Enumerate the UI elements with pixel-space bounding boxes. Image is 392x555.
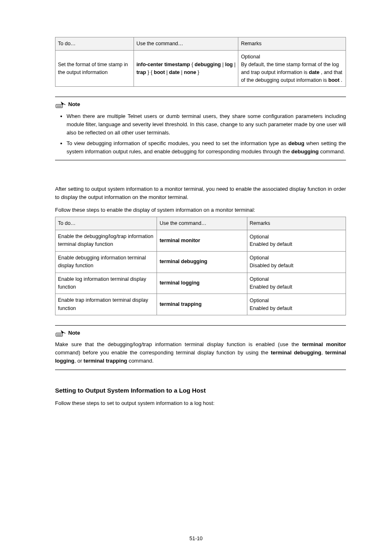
cmd-keyword: terminal monitor — [302, 341, 346, 347]
cmd-keyword: terminal monitor — [159, 238, 200, 243]
remarks-cell: OptionalEnabled by default — [247, 230, 346, 252]
remarks-line: Enabled by default — [250, 283, 343, 291]
command-cell: terminal monitor — [157, 230, 247, 252]
command-cell: terminal logging — [157, 273, 247, 294]
note-icon — [55, 329, 66, 337]
cmd-keyword: date — [309, 69, 320, 75]
cmd-keyword: none — [184, 69, 196, 75]
remarks-cell: OptionalEnabled by default — [247, 273, 346, 294]
sep: | — [181, 69, 184, 75]
todo-cell: Enable log information terminal display … — [55, 273, 157, 294]
svg-line-3 — [64, 104, 65, 105]
table-row: Set the format of time stamp in the outp… — [55, 51, 346, 87]
todo-cell: Enable debugging information terminal di… — [55, 251, 157, 273]
remarks-line: Optional — [250, 297, 343, 305]
command-cell: terminal debugging — [157, 251, 247, 273]
col-header-command: Use the command… — [157, 217, 247, 230]
paragraph: Follow these steps to enable the display… — [55, 206, 346, 214]
col-header-command: Use the command… — [134, 37, 238, 51]
cmd-keyword: debugging — [195, 62, 221, 67]
brace-close: } — [198, 69, 199, 75]
cmd-keyword: boot — [328, 77, 339, 83]
svg-line-7 — [64, 333, 65, 333]
table-row: Enable log information terminal display … — [55, 273, 346, 294]
braces: } { — [148, 69, 154, 75]
remarks-cell: OptionalEnabled by default — [247, 294, 346, 315]
col-header-todo: To do… — [55, 217, 157, 230]
remarks-line: Optional — [241, 53, 343, 61]
col-header-remarks: Remarks — [247, 217, 346, 230]
text: command) before you enable the correspon… — [55, 349, 271, 356]
cmd-keyword: terminal debugging — [159, 259, 207, 264]
note-block: Note When there are multiple Telnet user… — [55, 97, 346, 160]
note-paragraph: Make sure that the debugging/log/trap in… — [55, 340, 346, 365]
note-icon — [55, 100, 66, 109]
remarks-line: Optional — [250, 233, 343, 241]
col-header-todo: To do… — [55, 37, 134, 51]
note-title: Note — [68, 329, 80, 337]
remarks-line: Optional — [250, 275, 343, 283]
note-bullet: When there are multiple Telnet users or … — [67, 112, 346, 137]
todo-cell: Set the format of time stamp in the outp… — [55, 51, 134, 87]
remarks-line: Enabled by default — [250, 240, 343, 248]
command-cell: info-center timestamp { debugging | log … — [134, 51, 238, 87]
brace-open: { — [191, 62, 195, 67]
svg-rect-0 — [56, 104, 62, 108]
text: Make sure that the debugging/log/trap in… — [55, 341, 302, 347]
remarks-line: Optional — [250, 254, 343, 262]
remarks-cell: OptionalDisabled by default — [247, 251, 346, 273]
text: To view debugging information of specifi… — [67, 140, 288, 146]
table-row: Enable debugging information terminal di… — [55, 251, 346, 273]
command-cell: terminal trapping — [157, 294, 247, 315]
terminal-display-table: To do… Use the command… Remarks Enable t… — [55, 217, 346, 315]
cmd-keyword: terminal trapping — [83, 358, 127, 364]
note-block: Note Make sure that the debugging/log/tr… — [55, 325, 346, 370]
cmd-keyword: debug — [288, 140, 304, 146]
remarks-cell: Optional By default, the time stamp form… — [238, 51, 346, 87]
remarks-line: Disabled by default — [250, 262, 343, 270]
text: , — [321, 349, 325, 356]
text: command. — [319, 148, 345, 155]
remarks-line: Enabled by default — [250, 305, 343, 312]
cmd-keyword: info-center timestamp — [136, 62, 190, 67]
timestamp-format-table: To do… Use the command… Remarks Set the … — [55, 37, 346, 87]
cmd-keyword: date — [169, 69, 180, 75]
remarks-line: By default, the time stamp format of the… — [241, 61, 343, 84]
text: . — [341, 77, 342, 83]
table-row: Enable trap information terminal display… — [55, 294, 346, 315]
paragraph: Follow these steps to set to output syst… — [55, 399, 346, 407]
page-number: 51-10 — [0, 535, 392, 543]
cmd-keyword: log — [225, 62, 233, 67]
text: command. — [127, 358, 154, 364]
sep: | — [222, 62, 225, 67]
cmd-keyword: trap — [136, 69, 146, 75]
sep: | — [234, 62, 235, 67]
svg-rect-4 — [56, 333, 62, 336]
text: , or — [74, 358, 83, 364]
col-header-remarks: Remarks — [238, 37, 346, 51]
cmd-keyword: debugging — [291, 148, 318, 155]
todo-cell: Enable the debugging/log/trap informatio… — [55, 230, 157, 252]
cmd-keyword: terminal logging — [159, 280, 199, 286]
paragraph: After setting to output system informati… — [55, 185, 346, 201]
sep: | — [166, 69, 169, 75]
cmd-keyword: boot — [154, 69, 165, 75]
section-heading: Setting to Output System Information to … — [55, 386, 346, 395]
cmd-keyword: terminal trapping — [159, 301, 201, 307]
todo-cell: Enable trap information terminal display… — [55, 294, 157, 315]
note-bullet: To view debugging information of specifi… — [67, 139, 346, 156]
cmd-keyword: terminal debugging — [271, 349, 321, 356]
note-title: Note — [68, 100, 80, 109]
table-row: Enable the debugging/log/trap informatio… — [55, 230, 346, 252]
